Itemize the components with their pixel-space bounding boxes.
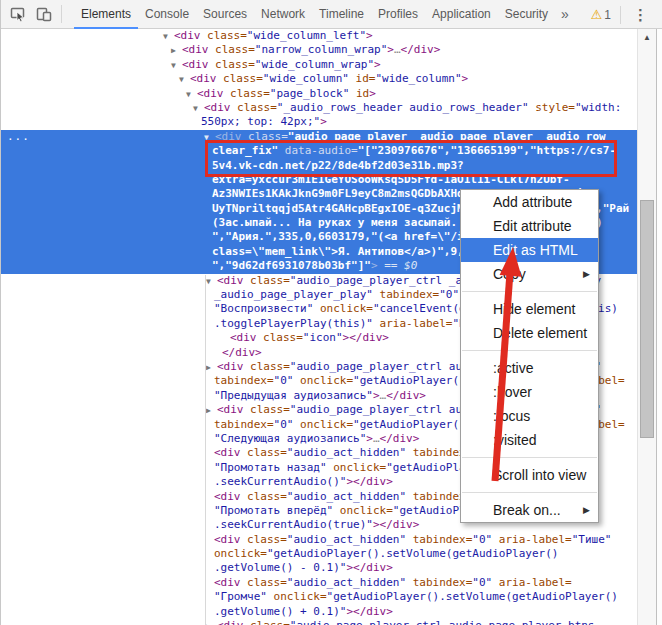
code-token: "Громче": [214, 590, 267, 603]
console-warning-badge[interactable]: ⚠ 1: [586, 7, 616, 22]
dom-tree-line[interactable]: ▼<div class="wide_column_wrap">: [1, 58, 637, 72]
dom-tree-line[interactable]: ▼<div class="_audio_rows_header audio_ro…: [1, 101, 637, 115]
expand-arrow-icon[interactable]: ▼: [171, 59, 182, 72]
inspect-element-button[interactable]: [5, 1, 31, 27]
code-token: class=: [242, 130, 288, 143]
tab-console[interactable]: Console: [138, 0, 196, 29]
vertical-scrollbar[interactable]: ▲: [637, 29, 656, 625]
code-token: onclick=: [327, 461, 387, 474]
dom-tree-line[interactable]: <div class="audio_act_hidden" tabindex="…: [1, 533, 637, 547]
menu-item-focus[interactable]: :focus: [461, 404, 598, 428]
code-token: "wide_column": [375, 72, 461, 85]
code-token: clear_fix": [212, 144, 278, 157]
submenu-arrow-icon: ▶: [583, 262, 590, 286]
menu-separator: [462, 350, 597, 351]
code-token: onclick=: [214, 547, 267, 560]
expand-arrow-icon[interactable]: ▼: [206, 275, 217, 288]
tab-sources[interactable]: Sources: [196, 0, 254, 29]
code-token: aria-label=: [492, 576, 571, 589]
code-token: >: [373, 389, 380, 402]
dom-tree-line[interactable]: ▼<div class="page_block" id>: [1, 87, 637, 101]
code-token: <div: [214, 490, 241, 503]
tab-elements[interactable]: Elements: [74, 0, 138, 29]
tab-network[interactable]: Network: [254, 0, 312, 29]
dom-tree-line[interactable]: clear_fix" data-audio="["230976676","136…: [1, 144, 637, 158]
code-token: "Предыдущая аудиозапись": [214, 389, 373, 402]
expand-arrow-icon[interactable]: ▶: [171, 44, 182, 57]
expand-arrow-icon[interactable]: ▼: [186, 88, 197, 101]
expand-arrow-icon[interactable]: ▶: [206, 404, 217, 417]
expand-arrow-icon[interactable]: ▼: [193, 102, 204, 115]
expand-arrow-icon[interactable]: ▶: [206, 620, 217, 625]
toolbar-separator: [620, 6, 621, 24]
dom-tree-line[interactable]: <div class="audio_act_hidden" tabindex="…: [1, 576, 637, 590]
code-token: == $0: [378, 259, 418, 272]
menu-item-edit-as-html[interactable]: Edit as HTML: [461, 238, 598, 262]
code-token: class=: [241, 490, 287, 503]
code-token: "Тише": [572, 533, 612, 546]
dom-tree-line[interactable]: .getVolume() - 0.1)"></div>: [1, 561, 637, 575]
tab-security[interactable]: Security: [498, 0, 555, 29]
settings-kebab-button[interactable]: ⋮: [625, 6, 656, 24]
code-token: "0": [439, 288, 459, 301]
code-token: "0": [472, 533, 492, 546]
tab-timeline[interactable]: Timeline: [312, 0, 371, 29]
code-token: >: [366, 29, 373, 42]
dom-tree-line[interactable]: ▼<div class="wide_column" id="wide_colum…: [1, 72, 637, 86]
code-token: >: [462, 72, 469, 85]
scrollbar-up-button[interactable]: ▲: [638, 29, 656, 46]
tab-profiles[interactable]: Profiles: [371, 0, 425, 29]
code-token: class=: [257, 331, 303, 344]
code-token: >: [369, 87, 376, 100]
dom-tree-line[interactable]: 550px; top: 42px;">: [1, 115, 637, 129]
dom-tree-line[interactable]: ▶<div class="narrow_column_wrap">…</div>: [1, 43, 637, 57]
expand-arrow-icon[interactable]: ▼: [204, 131, 215, 144]
context-menu: Add attributeEdit attributeEdit as HTMLC…: [460, 189, 599, 523]
code-token: <div: [214, 533, 241, 546]
menu-item-hide-element[interactable]: Hide element: [461, 297, 598, 321]
dom-tree-line[interactable]: extra=yxccur3mIEIGeYOSooWKsq5D5Ffd-1aO1l…: [1, 173, 637, 187]
code-token: "wide_column": [263, 72, 349, 85]
menu-item-active[interactable]: :active: [461, 356, 598, 380]
code-token: aria-label=: [492, 533, 571, 546]
code-token: onclick=: [267, 590, 327, 603]
expand-arrow-icon[interactable]: ▶: [206, 361, 217, 374]
dom-tree-line[interactable]: ▼<div class="audio_page_player _audio_pa…: [1, 130, 637, 144]
code-token: "getAudioPlayer().setVolume(getAudioPlay…: [327, 590, 618, 603]
code-token: </div>: [380, 432, 420, 445]
menu-item-break-on[interactable]: Break on...▶: [461, 498, 598, 522]
code-token: </div>: [401, 43, 441, 56]
dom-tree-line[interactable]: 5v4.vk-cdn.net/p22/8de4bf2d03e31b.mp3?: [1, 159, 637, 173]
dom-tree-line[interactable]: onclick="getAudioPlayer().setVolume(getA…: [1, 547, 637, 561]
dom-tree-line[interactable]: .getVolume() + 0.1)"></div>: [1, 605, 637, 619]
expand-arrow-icon[interactable]: ▼: [163, 30, 174, 43]
dom-tree-line[interactable]: ▼<div class="wide_column_left">: [1, 29, 637, 43]
code-token: <div: [217, 403, 244, 416]
more-tabs-button[interactable]: »: [555, 6, 575, 22]
menu-item-visited[interactable]: :visited: [461, 428, 598, 452]
menu-item-edit-attribute[interactable]: Edit attribute: [461, 214, 598, 238]
menu-item-scroll-into-view[interactable]: Scroll into view: [461, 463, 598, 487]
menu-item-delete-element[interactable]: Delete element: [461, 321, 598, 345]
warning-icon: ⚠: [591, 7, 603, 22]
code-token: class=: [224, 87, 270, 100]
menu-separator: [462, 291, 597, 292]
code-token: </div>: [386, 389, 426, 402]
scrollbar-thumb[interactable]: [640, 200, 654, 438]
code-token: ></div>: [373, 518, 419, 531]
device-toolbar-button[interactable]: [31, 1, 57, 27]
expand-arrow-icon[interactable]: ▼: [179, 73, 190, 86]
code-token: id=: [349, 72, 376, 85]
panel-edge: [656, 0, 662, 625]
tab-application[interactable]: Application: [425, 0, 498, 29]
menu-separator: [462, 492, 597, 493]
overflow-dots[interactable]: ...: [7, 130, 30, 144]
code-token: .getVolume() - 0.1)": [214, 561, 346, 574]
menu-item-add-attribute[interactable]: Add attribute: [461, 190, 598, 214]
devtools-tabs: ElementsConsoleSourcesNetworkTimelinePro…: [74, 0, 555, 29]
menu-item-copy[interactable]: Copy▶: [461, 262, 598, 286]
dom-tree-line[interactable]: ▶<div class="audio_page_player_ctrl audi…: [1, 619, 637, 625]
dom-tree-line[interactable]: "Громче" onclick="getAudioPlayer().setVo…: [1, 590, 637, 604]
menu-item-hover[interactable]: :hover: [461, 380, 598, 404]
code-token: "0": [274, 374, 294, 387]
